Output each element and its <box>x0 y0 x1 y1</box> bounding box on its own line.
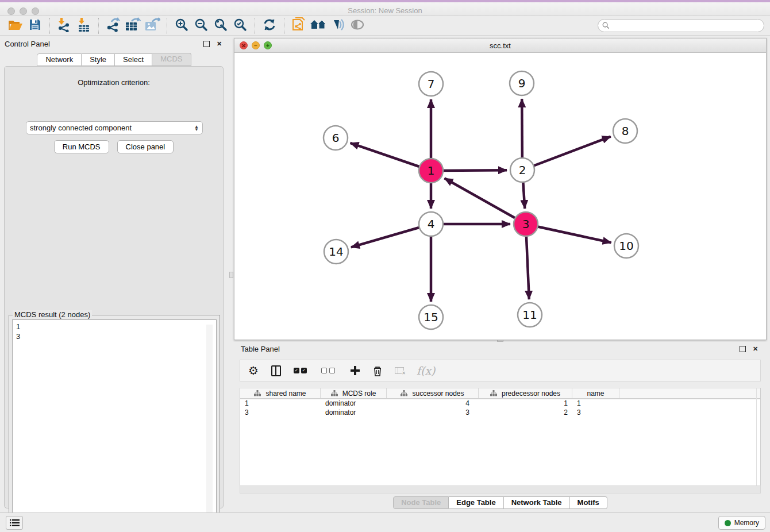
tab-network-table[interactable]: Network Table <box>504 496 570 509</box>
delete-column-button[interactable] <box>373 365 382 376</box>
show-columns-button[interactable] <box>271 365 281 376</box>
search-input[interactable] <box>598 19 764 32</box>
toolbar-separator <box>98 18 99 34</box>
graph-node-label: 15 <box>424 310 438 324</box>
select-all-columns-button[interactable]: ✓✓ <box>294 368 309 373</box>
network-from-selection-button[interactable] <box>289 17 309 34</box>
close-panel-icon[interactable]: ✕ <box>215 40 224 48</box>
memory-button[interactable]: Memory <box>718 516 765 530</box>
toolbar-separator <box>284 18 284 34</box>
graph-node-label: 7 <box>428 77 435 91</box>
open-file-button[interactable] <box>6 17 25 34</box>
tab-node-table[interactable]: Node Table <box>393 496 449 509</box>
network-minimize-icon[interactable]: − <box>252 41 260 49</box>
memory-status-icon <box>725 520 731 526</box>
graph-node-label: 9 <box>518 76 526 90</box>
float-panel-icon[interactable] <box>202 40 211 48</box>
column-header-mcds-role[interactable]: MCDS role <box>321 388 387 398</box>
search-container <box>598 19 764 32</box>
first-neighbors-button[interactable] <box>309 17 328 34</box>
export-network-button[interactable] <box>103 17 123 34</box>
table-close-icon[interactable]: ✕ <box>751 345 760 353</box>
network-canvas[interactable]: 7968124314101511 <box>234 53 766 340</box>
table-float-icon[interactable] <box>738 345 747 353</box>
edge-3-1[interactable] <box>445 178 526 224</box>
cell-shared-name[interactable]: 1 <box>240 399 321 408</box>
tab-motifs[interactable]: Motifs <box>570 496 607 509</box>
cell-shared-name[interactable]: 3 <box>240 408 321 418</box>
cell-predecessor-nodes[interactable]: 1 <box>479 399 572 408</box>
graph-node-label: 1 <box>428 164 435 178</box>
table-row[interactable]: 3 dominator 3 2 3 <box>240 408 760 418</box>
graph-node-label: 2 <box>519 163 526 177</box>
cell-successor-nodes[interactable]: 3 <box>387 408 479 418</box>
column-header-name[interactable]: name <box>572 388 619 398</box>
tab-network[interactable]: Network <box>37 53 82 66</box>
task-history-button[interactable] <box>6 516 23 530</box>
network-maximize-icon[interactable]: + <box>264 41 272 49</box>
cell-predecessor-nodes[interactable]: 2 <box>479 408 572 418</box>
edge-1-6[interactable] <box>351 143 431 171</box>
graph-node-label: 6 <box>332 131 340 145</box>
zoom-selected-button[interactable] <box>230 17 250 34</box>
cell-name[interactable]: 1 <box>572 399 619 408</box>
save-floppy-icon <box>29 18 41 33</box>
checked-box-icon: ✓ <box>294 368 299 373</box>
column-header-successor-nodes[interactable]: successor nodes <box>387 388 479 398</box>
hierarchy-icon <box>401 390 407 396</box>
zoom-fit-icon <box>214 18 228 33</box>
export-image-button[interactable] <box>143 17 162 34</box>
import-network-button[interactable] <box>55 17 74 34</box>
mcds-result-group: MCDS result (2 nodes) 1 3 <box>9 315 220 532</box>
tab-mcds[interactable]: MCDS <box>152 53 191 66</box>
network-window-titlebar[interactable]: ✕ − + scc.txt <box>234 38 766 53</box>
delete-table-button-disabled <box>395 367 404 374</box>
cell-successor-nodes[interactable]: 4 <box>387 399 479 408</box>
table-scrollbar[interactable] <box>756 388 760 485</box>
import-table-button[interactable] <box>74 17 94 34</box>
close-panel-button[interactable]: Close panel <box>117 140 174 153</box>
zoom-fit-button[interactable] <box>211 17 230 34</box>
vertical-splitter-grip[interactable] <box>229 272 233 278</box>
result-scrollbar[interactable] <box>206 325 213 525</box>
table-hscrollbar[interactable] <box>240 485 761 494</box>
column-header-predecessor-nodes[interactable]: predecessor nodes <box>479 388 572 398</box>
delete-table-icon <box>395 367 404 374</box>
node-table: shared name MCDS role successor nodes pr… <box>240 388 761 485</box>
network-graph: 7968124314101511 <box>234 53 766 340</box>
tab-style[interactable]: Style <box>82 53 115 66</box>
tab-select[interactable]: Select <box>115 53 152 66</box>
zoom-out-button[interactable] <box>191 17 211 34</box>
control-panel-title: Control Panel <box>5 40 198 48</box>
unchecked-box-icon <box>321 368 327 373</box>
column-header-shared-name[interactable]: shared name <box>240 388 321 398</box>
open-folder-icon <box>8 18 23 33</box>
create-column-button[interactable] <box>350 365 360 376</box>
cell-name[interactable]: 3 <box>572 408 619 418</box>
edge-2-8[interactable] <box>522 137 611 170</box>
zoom-selected-icon <box>233 18 247 33</box>
table-row[interactable]: 1 dominator 4 1 1 <box>240 399 760 408</box>
deselect-all-columns-button[interactable] <box>321 368 337 373</box>
table-settings-button[interactable]: ⚙ <box>248 364 259 377</box>
mcds-result-textarea[interactable]: 1 3 <box>12 319 217 530</box>
table-panel-header: Table Panel ✕ <box>234 342 767 356</box>
refresh-button[interactable] <box>260 17 279 34</box>
hide-graphics-details-button[interactable] <box>328 17 348 34</box>
save-session-button[interactable] <box>25 17 45 34</box>
app-titlebar: Session: New Session <box>0 0 770 16</box>
select-stepper-icon: ▲▼ <box>194 125 199 131</box>
optimization-criterion-select[interactable]: strongly connected component ▲▼ <box>26 121 203 134</box>
run-mcds-button[interactable]: Run MCDS <box>54 140 109 153</box>
network-close-icon[interactable]: ✕ <box>240 41 248 49</box>
cell-mcds-role[interactable]: dominator <box>321 408 387 418</box>
edge-3-10[interactable] <box>526 224 611 242</box>
show-hide-button[interactable] <box>348 17 367 34</box>
table-tabs: Node Table Edge Table Network Table Moti… <box>234 496 767 509</box>
tab-edge-table[interactable]: Edge Table <box>449 496 503 509</box>
network-window-title: scc.txt <box>490 41 511 50</box>
zoom-in-button[interactable] <box>172 17 191 34</box>
cell-mcds-role[interactable]: dominator <box>321 399 387 408</box>
export-table-button[interactable] <box>123 17 143 34</box>
memory-label: Memory <box>734 519 759 527</box>
